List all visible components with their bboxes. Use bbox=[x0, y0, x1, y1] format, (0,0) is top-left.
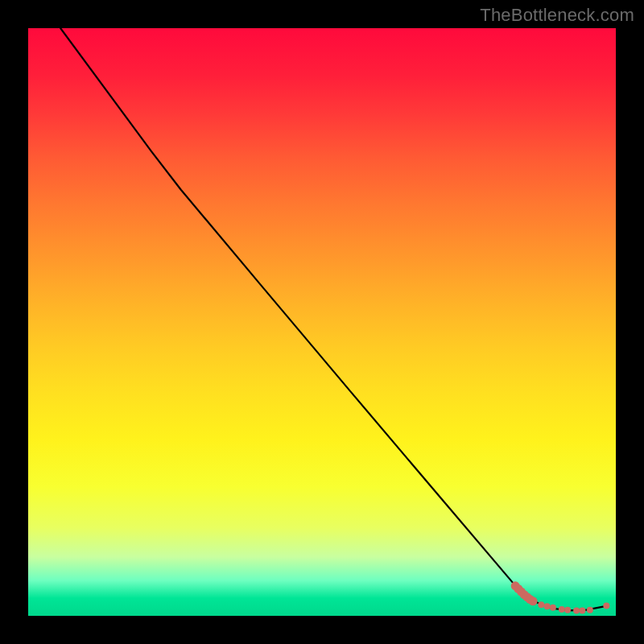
data-marker bbox=[544, 603, 551, 609]
data-marker bbox=[564, 607, 571, 613]
bottleneck-curve bbox=[60, 28, 604, 610]
data-marker bbox=[559, 606, 565, 613]
data-marker bbox=[573, 607, 580, 613]
watermark-text: TheBottleneck.com bbox=[480, 5, 634, 26]
data-marker bbox=[587, 607, 593, 613]
data-marker bbox=[603, 603, 609, 609]
chart-frame: TheBottleneck.com bbox=[0, 0, 644, 644]
data-marker bbox=[529, 597, 538, 605]
plot-area bbox=[28, 28, 616, 616]
data-marker bbox=[550, 605, 556, 611]
curve-path bbox=[60, 28, 604, 610]
data-marker bbox=[579, 607, 585, 613]
chart-svg bbox=[28, 28, 616, 616]
data-marker bbox=[538, 601, 544, 608]
